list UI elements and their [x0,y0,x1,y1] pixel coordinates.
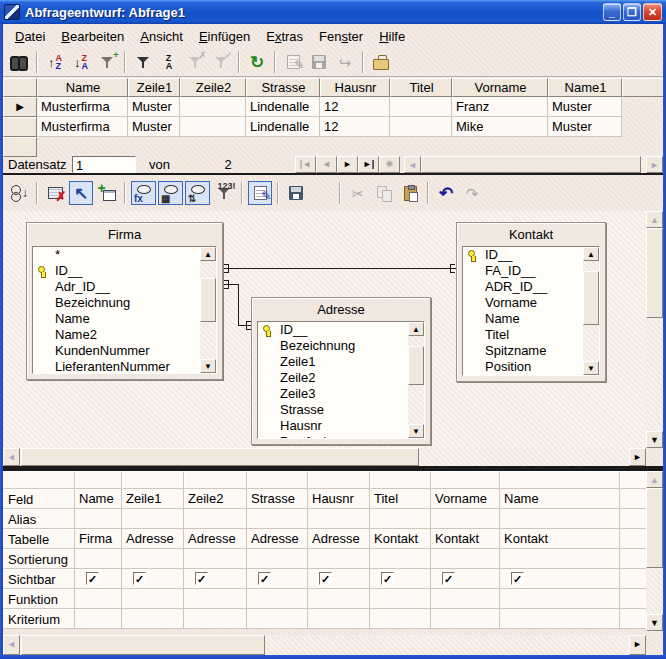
scroll-down-icon[interactable]: ▼ [646,431,663,448]
grid-cell[interactable]: Titel [370,489,431,509]
grid-column-header[interactable] [122,471,184,489]
grid-cell[interactable] [122,609,184,629]
datasheet-cell[interactable]: 12 [320,117,390,137]
field-item-id[interactable]: ID__ [33,263,216,279]
grid-cell[interactable] [308,509,370,529]
table-box-title[interactable]: Firma [27,223,222,245]
scrollbar-thumb[interactable] [583,271,599,325]
datasheet-cell[interactable]: Mike [452,117,548,137]
grid-column-header[interactable] [620,471,647,489]
grid-cell[interactable] [247,589,308,609]
menu-fenster[interactable]: Fenster [311,26,371,47]
grid-hscrollbar[interactable]: ◄ ► [3,635,646,655]
close-button[interactable]: ✕ [643,3,662,21]
scroll-up-icon[interactable]: ▲ [646,211,663,228]
autofilter-button[interactable]: + [95,50,119,74]
field-item-[interactable]: * [33,247,216,263]
grid-cell[interactable]: ✓ [370,569,431,589]
field-item-zeile2[interactable]: Zeile2 [258,370,424,386]
column-header-name[interactable]: Name [37,78,128,97]
functions-button[interactable]: fx [131,181,156,205]
scrollbar-thumb[interactable] [421,156,641,173]
join-line-firma-kontakt[interactable] [224,268,456,269]
grid-column-header[interactable] [75,471,122,489]
datasheet-cell[interactable]: Lindenalle [246,97,320,117]
limit-button[interactable]: 123! [212,181,236,205]
grid-cell[interactable] [75,509,122,529]
scroll-up-icon[interactable]: ▲ [200,247,216,261]
grid-cell[interactable] [431,589,500,609]
field-item-id[interactable]: ID__ [258,322,424,338]
scroll-right-icon[interactable]: ► [629,448,646,466]
grid-cell[interactable] [370,549,431,569]
grid-cell[interactable] [247,609,308,629]
standard-filter-button[interactable] [131,50,155,74]
grid-vscrollbar[interactable]: ▲ ▼ [646,471,663,631]
datasheet-cell[interactable]: Muster [548,117,622,137]
maximize-button[interactable]: ❐ [623,3,641,21]
field-item-faid[interactable]: FA_ID__ [463,263,599,279]
grid-cell[interactable]: Name [500,489,620,509]
scrollbar-thumb[interactable] [21,635,265,655]
title-bar[interactable]: Abfrageentwurf: Abfrage1 _ ❐ ✕ [0,0,666,24]
minimize-button[interactable]: _ [603,3,621,21]
grid-cell[interactable]: Zeile1 [122,489,184,509]
grid-cell[interactable]: Kontakt [431,529,500,549]
grid-column-header[interactable] [500,471,620,489]
grid-cell[interactable] [75,549,122,569]
field-item-lieferantennummer[interactable]: LieferantenNummer [33,359,216,374]
scroll-up-icon[interactable]: ▲ [583,247,599,261]
datasheet-cell[interactable] [180,97,246,117]
field-item-spitzname[interactable]: Spitzname [463,343,599,359]
row-selector[interactable] [3,137,37,157]
datasheet-cell[interactable] [180,117,246,137]
column-header-vorname[interactable]: Vorname [452,78,548,97]
datasheet-cell[interactable]: Muster [128,97,180,117]
field-item-bezeichnung[interactable]: Bezeichnung [258,338,424,354]
visible-checkbox[interactable]: ✓ [511,572,524,585]
scroll-left-icon[interactable]: ◄ [404,156,421,173]
visible-checkbox[interactable]: ✓ [258,572,271,585]
datasheet-cell[interactable]: 12 [320,97,390,117]
menu-extras[interactable]: Extras [258,26,311,47]
grid-cell[interactable]: Adresse [122,529,184,549]
sort-ascending-button[interactable]: ↑AZ [43,50,67,74]
find-button[interactable] [7,50,31,74]
grid-cell[interactable] [431,549,500,569]
field-item-position[interactable]: Position [463,359,599,375]
field-item-zeile3[interactable]: Zeile3 [258,386,424,402]
visible-checkbox[interactable]: ✓ [86,572,99,585]
field-list-scrollbar[interactable]: ▲▼ [200,247,216,373]
grid-cell[interactable]: Kontakt [500,529,620,549]
grid-cell[interactable]: Firma [75,529,122,549]
grid-cell[interactable] [308,549,370,569]
grid-cell[interactable] [122,589,184,609]
column-header-name1[interactable]: Name1 [548,78,622,97]
last-record-button[interactable]: ►| [358,156,379,173]
join-line-firma-adresse[interactable] [238,284,239,326]
table-box-firma[interactable]: Firma*ID__Adr_ID__BezeichnungNameName2Ku… [26,222,223,380]
refresh-button[interactable]: ↻ [245,50,269,74]
paste-button[interactable] [398,181,422,205]
field-list-scrollbar[interactable]: ▲▼ [583,247,599,375]
grid-cell[interactable] [184,509,247,529]
field-item-name[interactable]: Name [463,311,599,327]
grid-cell[interactable]: Adresse [308,529,370,549]
grid-cell[interactable]: ✓ [431,569,500,589]
grid-column-header[interactable] [370,471,431,489]
grid-cell[interactable] [308,589,370,609]
scroll-up-icon[interactable]: ▲ [646,471,663,488]
table-box-adresse[interactable]: AdresseID__BezeichnungZeile1Zeile2Zeile3… [251,297,431,445]
column-header-zeile1[interactable]: Zeile1 [128,78,180,97]
field-item-strasse[interactable]: Strasse [258,402,424,418]
edit-query-button[interactable] [248,181,272,205]
grid-cell[interactable]: Adresse [184,529,247,549]
grid-cell[interactable] [122,509,184,529]
row-selector[interactable] [3,117,37,137]
visible-checkbox[interactable]: ✓ [319,572,332,585]
first-record-button[interactable]: |◄ [295,156,316,173]
new-record-button[interactable]: ✳ [379,156,400,173]
grid-cell[interactable] [247,549,308,569]
grid-cell[interactable] [308,609,370,629]
datasheet-cell[interactable] [390,97,452,117]
